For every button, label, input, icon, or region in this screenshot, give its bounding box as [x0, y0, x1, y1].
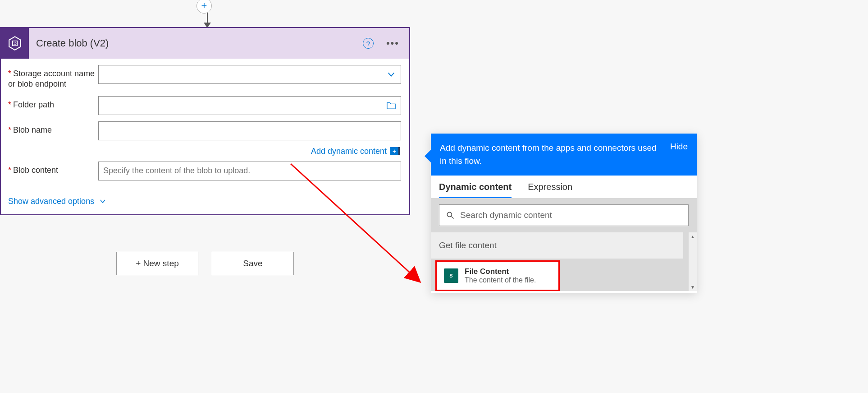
popup-scrollbar[interactable]: ▲ ▼: [689, 232, 697, 291]
search-icon: [446, 211, 455, 220]
new-step-button[interactable]: + New step: [116, 252, 198, 275]
folder-icon[interactable]: [386, 101, 396, 110]
svg-text:10: 10: [13, 42, 17, 45]
help-icon[interactable]: ?: [363, 38, 374, 49]
blob-name-input[interactable]: [98, 121, 401, 140]
action-title: Create blob (V2): [29, 37, 363, 49]
sharepoint-icon: S: [444, 268, 458, 283]
dynamic-content-popup: Add dynamic content from the apps and co…: [431, 134, 697, 293]
popup-header-text: Add dynamic content from the apps and co…: [440, 142, 661, 167]
label-folder-path: *Folder path: [8, 96, 98, 110]
popup-hide-link[interactable]: Hide: [670, 142, 688, 152]
tab-expression[interactable]: Expression: [528, 182, 572, 198]
dynamic-content-item-file-content[interactable]: S File Content The content of the file.: [435, 260, 560, 291]
label-storage-account: *Storage account name or blob endpoint: [8, 65, 98, 90]
label-blob-name: *Blob name: [8, 121, 98, 135]
svg-point-2: [447, 212, 452, 217]
chevron-down-icon: [386, 69, 396, 79]
popup-caret: [425, 150, 431, 162]
dynamic-content-item-desc: The content of the file.: [465, 276, 536, 284]
dynamic-content-search-input[interactable]: Search dynamic content: [439, 204, 689, 226]
add-dynamic-content-link[interactable]: Add dynamic content: [311, 147, 387, 156]
more-icon[interactable]: •••: [386, 38, 399, 48]
dynamic-content-item-title: File Content: [465, 267, 536, 276]
plus-icon: +: [201, 0, 207, 12]
blob-content-input[interactable]: Specify the content of the blob to uploa…: [98, 162, 401, 180]
chevron-down-icon: [99, 197, 107, 205]
dynamic-content-group-title: Get file content: [431, 232, 683, 259]
add-dynamic-content-icon[interactable]: +: [390, 147, 400, 155]
action-card-create-blob: 10 Create blob (V2) ? ••• *Storage accou…: [0, 27, 410, 215]
scroll-up-icon[interactable]: ▲: [689, 232, 697, 240]
action-card-header[interactable]: 10 Create blob (V2) ? •••: [1, 28, 409, 59]
scroll-down-icon[interactable]: ▼: [689, 283, 697, 291]
folder-path-input[interactable]: [98, 96, 401, 115]
save-button[interactable]: Save: [212, 252, 294, 275]
show-advanced-options-link[interactable]: Show advanced options: [8, 197, 401, 206]
label-blob-content: *Blob content: [8, 162, 98, 176]
blob-storage-icon: 10: [1, 28, 29, 59]
storage-account-dropdown[interactable]: [98, 65, 401, 84]
tab-dynamic-content[interactable]: Dynamic content: [439, 182, 512, 198]
svg-line-3: [452, 217, 454, 219]
